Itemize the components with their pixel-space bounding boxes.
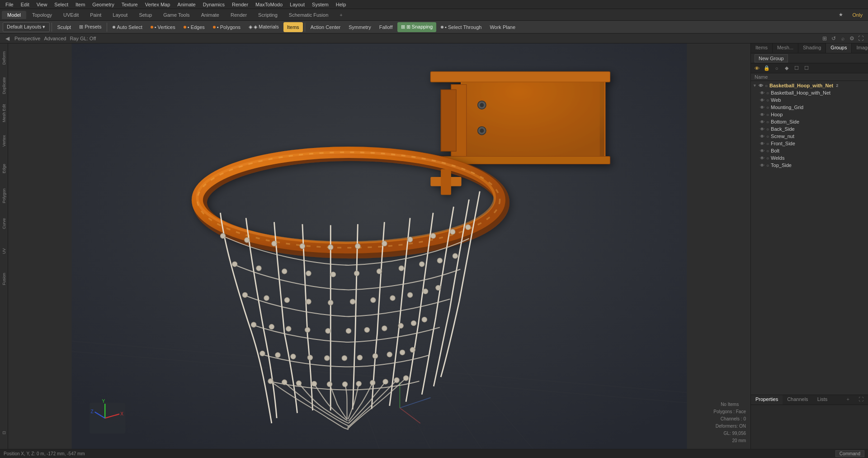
sidebar-item-camera[interactable]: ⊡ bbox=[0, 419, 8, 446]
layout-menu[interactable]: Layout bbox=[286, 1, 308, 8]
layout-dropdown[interactable]: Default Layouts ▾ bbox=[3, 22, 50, 32]
tab-model[interactable]: Model bbox=[2, 11, 26, 19]
edges-button[interactable]: • Edges bbox=[180, 22, 208, 32]
tab-topology[interactable]: Topology bbox=[27, 11, 57, 19]
presets-button[interactable]: ⊞ Presets bbox=[75, 22, 105, 32]
svg-point-54 bbox=[390, 296, 395, 301]
prop-tab-lists[interactable]: Lists bbox=[813, 395, 832, 405]
rp-tab-shading[interactable]: Shading bbox=[798, 43, 826, 53]
rp-tab-mesh[interactable]: Mesh... bbox=[773, 43, 798, 53]
maxtomodo-menu[interactable]: MaxToModo bbox=[252, 1, 286, 8]
items-button[interactable]: Items bbox=[283, 22, 303, 32]
select-through-button[interactable]: • Select Through bbox=[437, 22, 485, 32]
tree-item-4[interactable]: 👁 ○ Bottom_Side bbox=[756, 118, 868, 125]
tree-root-group[interactable]: ▼ 👁 ○ Basketball_Hoop_with_Net 2 bbox=[751, 82, 868, 89]
svg-point-47 bbox=[242, 292, 247, 297]
lock-icon-btn[interactable]: 🔒 bbox=[763, 64, 771, 72]
only-button[interactable]: Only bbox=[849, 11, 866, 19]
symmetry-button[interactable]: Symmetry bbox=[345, 22, 375, 32]
render-menu[interactable]: Render bbox=[228, 1, 252, 8]
sidebar-item-uv[interactable]: UV bbox=[0, 238, 8, 265]
tab-scripting[interactable]: Scripting bbox=[253, 11, 283, 19]
star-button[interactable]: ★ bbox=[835, 11, 847, 19]
tab-layout[interactable]: Layout bbox=[107, 11, 133, 19]
eye-icon-btn[interactable]: 👁 bbox=[753, 64, 761, 72]
view-menu[interactable]: View bbox=[33, 1, 51, 8]
file-menu[interactable]: File bbox=[2, 1, 17, 8]
work-plane-button[interactable]: Work Plane bbox=[486, 22, 519, 32]
advanced-label[interactable]: Advanced bbox=[44, 36, 66, 41]
camera-icon[interactable]: ⊞ bbox=[821, 35, 828, 42]
box-b-btn[interactable]: ☐ bbox=[802, 64, 811, 72]
falloff-button[interactable]: Falloff bbox=[376, 22, 396, 32]
sidebar-item-mesh-edit[interactable]: Mesh Edit bbox=[0, 100, 8, 127]
snapping-button[interactable]: ⊞ ⊞ Snapping bbox=[397, 22, 437, 32]
tab-paint[interactable]: Paint bbox=[85, 11, 107, 19]
rp-tab-groups[interactable]: Groups bbox=[826, 43, 852, 53]
tree-item-6[interactable]: 👁 ○ Screw_nut bbox=[756, 133, 868, 140]
tree-item-5[interactable]: 👁 ○ Back_Side bbox=[756, 125, 868, 133]
sidebar-item-polygon[interactable]: Polygon bbox=[0, 182, 8, 210]
vertex-map-menu[interactable]: Vertex Map bbox=[142, 1, 174, 8]
rp-tab-items[interactable]: Items bbox=[751, 43, 773, 53]
select-menu[interactable]: Select bbox=[51, 1, 72, 8]
polygons-button[interactable]: • Polygons bbox=[209, 22, 244, 32]
new-group-button[interactable]: New Group bbox=[755, 54, 788, 62]
tab-add[interactable]: + bbox=[334, 11, 348, 19]
dynamics-menu[interactable]: Dynamics bbox=[199, 1, 228, 8]
tree-item-7[interactable]: 👁 ○ Front_Side bbox=[756, 140, 868, 147]
prop-tab-channels[interactable]: Channels bbox=[783, 395, 812, 405]
tab-schematic[interactable]: Schematic Fusion bbox=[283, 11, 334, 19]
tree-item-1[interactable]: 👁 ○ Web bbox=[756, 96, 868, 104]
rotate-icon[interactable]: ↺ bbox=[830, 35, 837, 42]
item-menu[interactable]: Item bbox=[72, 1, 89, 8]
bottom-status-bar: Position X, Y, Z: 0 m, -172 mm, -547 mm … bbox=[0, 449, 868, 458]
prop-expand-icon[interactable]: ⛶ bbox=[854, 395, 868, 405]
sidebar-item-deform[interactable]: Deform bbox=[0, 44, 8, 72]
zoom-icon[interactable]: ⌕ bbox=[839, 35, 846, 42]
tab-uvedit[interactable]: UVEdit bbox=[58, 11, 84, 19]
svg-point-55 bbox=[407, 292, 412, 297]
auto-select-button[interactable]: Auto Select bbox=[109, 22, 146, 32]
box-a-btn[interactable]: ☐ bbox=[793, 64, 801, 72]
edit-menu[interactable]: Edit bbox=[17, 1, 33, 8]
materials-button[interactable]: ◈ ◈ Materials bbox=[245, 22, 283, 32]
sidebar-item-curve[interactable]: Curve bbox=[0, 210, 8, 237]
item-vis-8: ○ bbox=[766, 148, 769, 153]
tree-item-10[interactable]: 👁 ○ Top_Side bbox=[756, 162, 868, 169]
tree-item-8[interactable]: 👁 ○ Bolt bbox=[756, 147, 868, 154]
visibility-circle-btn[interactable]: ○ bbox=[773, 64, 781, 72]
sidebar-item-duplicate[interactable]: Duplicate bbox=[0, 72, 8, 99]
command-label[interactable]: Command bbox=[835, 450, 864, 457]
geometry-menu[interactable]: Geometry bbox=[89, 1, 118, 8]
tree-item-0[interactable]: 👁 ○ Basketball_Hoop_with_Net bbox=[756, 89, 868, 96]
vertices-button[interactable]: • Vertices bbox=[147, 22, 179, 32]
tab-render[interactable]: Render bbox=[225, 11, 252, 19]
sidebar-item-fusion[interactable]: Fusion bbox=[0, 265, 8, 292]
render-diamond-btn[interactable]: ◆ bbox=[783, 64, 791, 72]
action-center-button[interactable]: Action Center bbox=[307, 22, 344, 32]
help-menu[interactable]: Help bbox=[332, 1, 350, 8]
ray-gl-label[interactable]: Ray GL: Off bbox=[70, 36, 96, 41]
prop-tab-properties[interactable]: Properties bbox=[751, 395, 783, 405]
system-menu[interactable]: System bbox=[308, 1, 332, 8]
sidebar-item-edge[interactable]: Edge bbox=[0, 155, 8, 182]
animate-menu[interactable]: Animate bbox=[174, 1, 199, 8]
maximize-icon[interactable]: ⛶ bbox=[857, 35, 864, 42]
prop-tab-add[interactable]: + bbox=[842, 395, 854, 405]
rp-tab-images[interactable]: Images bbox=[852, 43, 868, 53]
svg-point-61 bbox=[305, 327, 310, 332]
sculpt-button[interactable]: Sculpt bbox=[54, 22, 75, 32]
tab-animate[interactable]: Animate bbox=[196, 11, 225, 19]
tab-setup[interactable]: Setup bbox=[133, 11, 157, 19]
viewport[interactable]: X Y Z No Items Polygons : Face Channels … bbox=[8, 43, 750, 449]
sidebar-item-vertex[interactable]: Vertex bbox=[0, 127, 8, 154]
texture-menu[interactable]: Texture bbox=[118, 1, 142, 8]
settings-icon[interactable]: ⚙ bbox=[848, 35, 855, 42]
tree-item-9[interactable]: 👁 ○ Welds bbox=[756, 154, 868, 162]
perspective-label[interactable]: Perspective bbox=[14, 36, 40, 41]
tree-item-2[interactable]: 👁 ○ Mounting_Grid bbox=[756, 104, 868, 111]
tree-item-3[interactable]: 👁 ○ Hoop bbox=[756, 111, 868, 118]
viewport-nav-left[interactable]: ◀ bbox=[4, 35, 11, 42]
tab-game-tools[interactable]: Game Tools bbox=[158, 11, 195, 19]
